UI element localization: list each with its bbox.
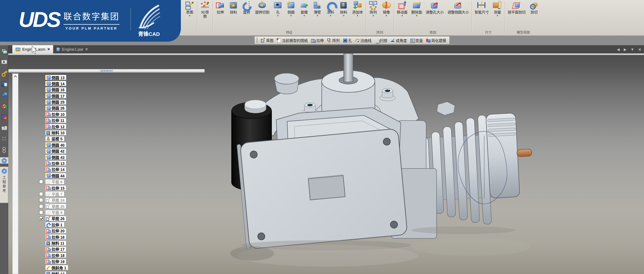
tree-item-checkbox[interactable] [39,198,43,202]
chevron-down-icon[interactable]: ▾ [497,15,498,17]
tree-item[interactable]: 倒圆 13 [45,75,66,80]
chevron-down-icon[interactable]: ▾ [304,15,305,17]
tree-item[interactable]: 除料 12 [45,271,66,274]
tree-item[interactable]: 拉伸 13 [45,161,66,166]
chevron-down-icon[interactable]: ▾ [290,15,292,17]
ribbon-button-draft[interactable]: 拔模▾ [298,0,311,17]
chevron-down-icon[interactable]: ▾ [343,15,344,17]
sidebar-item-gear[interactable] [0,157,8,164]
tree-item[interactable]: 拔模 5 [45,136,64,141]
drive-shaft[interactable] [344,53,353,82]
sidebar-item-render[interactable] [0,113,8,120]
tree-item[interactable]: 草图 25 [45,204,66,209]
tree-item[interactable]: 草图 24 [45,198,66,203]
ribbon-button-resizeround[interactable]: 调整倒圆大小 [446,0,471,14]
tree-item-checkbox[interactable] [39,180,43,184]
quickbar-item-qcurve[interactable]: 沿曲线 [354,38,373,43]
ribbon-button-measure[interactable]: 测量▾ [491,0,504,17]
ribbon-button-mirror[interactable]: 镜像▾ [380,0,393,17]
chevron-down-icon[interactable]: ▾ [416,15,417,17]
tab-list-icon[interactable]: ▼ [631,48,634,51]
tree-item[interactable]: 倒圆 14 [45,81,66,86]
tree-item[interactable]: 拉伸 20 [45,228,66,233]
chevron-down-icon[interactable]: ▾ [189,15,190,17]
ribbon-button-hole[interactable]: 孔▾ [271,0,284,17]
ribbon-button-sketch3d[interactable]: 3D草图 [198,0,212,18]
ribbon-button-cutmat[interactable]: 除料▾ [337,0,350,17]
quickbar-item-qsweep[interactable]: 扫掠 [373,38,389,43]
chevron-down-icon[interactable]: ▾ [277,15,279,17]
ribbon-button-cut[interactable]: 除料 [227,0,240,14]
ribbon-button-smartdim[interactable]: 智能尺寸 [473,0,491,14]
ribbon-button-revolvecut[interactable]: 旋转切割 [253,0,271,14]
engine-3d-model[interactable] [8,53,644,274]
scroll-up-button[interactable] [13,74,18,79]
tree-item[interactable]: 拉伸 10 [45,112,66,117]
close-icon[interactable]: × [85,47,88,51]
tree-item[interactable]: 倒圆 44 [45,173,66,178]
ribbon-button-resizehole[interactable]: 调整孔大小 [424,0,446,14]
chevron-down-icon[interactable]: ▾ [357,15,358,17]
tree-item[interactable]: 倒圆 26 [45,105,66,111]
quickbar-item-qsketch[interactable]: 草图 [259,38,275,43]
mounting-plate[interactable] [237,129,408,249]
tree-item-checkbox[interactable] [39,192,43,196]
collapsed-command-bar[interactable] [8,69,205,73]
tree-item[interactable]: 倒斜角 1 [45,265,68,270]
tree-item-checkbox[interactable] [39,210,43,214]
ribbon-button-extrude[interactable]: 拉伸 [214,0,227,14]
ribbon-button-thinwall[interactable]: 薄壁▾ [311,0,324,17]
tab-engine1-par[interactable]: Engine1.par× [53,45,91,53]
tree-item[interactable]: 除料 10 [45,130,66,135]
chevron-down-icon[interactable]: ▾ [330,15,331,17]
quickbar-item-qvar[interactable]: 变量 [409,38,424,43]
quickbar-item-qangle[interactable]: 成角度 [389,38,409,43]
tree-item[interactable]: 拉伸 1 [45,222,64,227]
tree-item[interactable]: 倒圆 42 [45,149,66,154]
tree-item[interactable]: 拉伸 19 [45,259,66,264]
sidebar-item-media[interactable] [0,59,8,65]
close-icon[interactable]: × [47,47,50,51]
ribbon-button-secplane[interactable]: 按平面剖切 [506,0,528,14]
ribbon-button-addbody[interactable]: 添加体▾ [350,0,365,17]
sidebar-item-snap[interactable] [0,135,8,142]
tree-item-checkbox[interactable] [39,216,43,220]
tree-item[interactable]: 平面 6 [45,179,64,184]
ribbon-button-revolve[interactable]: 旋转 [240,0,253,14]
tree-item-checkbox[interactable] [39,204,43,208]
tree-scrollbar[interactable] [12,73,18,274]
sidebar-tab-engineering-reference[interactable]: 工程参考 [0,167,8,203]
sidebar-item-help[interactable] [0,124,8,131]
ribbon-button-delface[interactable]: 删除面▾ [409,0,424,17]
tree-item[interactable]: 除料 11 [45,241,66,246]
tree-item[interactable]: 倒圆 16 [45,87,66,92]
tree-item[interactable]: 拉伸 15 [45,185,66,190]
model-viewport[interactable]: 倒圆 13倒圆 14倒圆 16倒圆 17倒圆 25倒圆 26拉伸 10拉伸 11… [8,53,644,274]
tree-item[interactable]: 倒圆 25 [45,99,66,105]
tab-prev-icon[interactable]: ◀ [617,48,620,51]
ribbon-button-addmat[interactable]: 添料▾ [324,0,337,17]
quickbar-item-qdrawing[interactable]: 当前模型的图纸 [275,38,309,43]
tree-item[interactable]: 拉伸 12 [45,124,66,129]
tab-close-icon[interactable]: × [638,48,641,51]
tree-item[interactable]: 拉伸 14 [45,167,66,172]
quickbar-item-qsimplify[interactable]: 简化建模 [424,38,448,43]
tree-item[interactable]: 倒圆 17 [45,93,66,98]
toolbar-grip-icon[interactable] [257,38,258,43]
tree-item[interactable]: 拉伸 11 [45,118,66,123]
tree-item[interactable]: 平面 7 [45,191,64,196]
tree-item[interactable]: 拉伸 17 [45,247,66,252]
chevron-down-icon[interactable]: ▾ [317,15,318,17]
tree-item[interactable]: 平面 8 [45,210,64,215]
chevron-down-icon[interactable]: ▾ [401,15,403,17]
chevron-down-icon[interactable]: ▾ [373,15,374,17]
sidebar-item-options[interactable] [0,146,8,153]
sidebar-item-library[interactable] [0,48,8,54]
tree-item[interactable]: 拉伸 16 [45,234,66,239]
tree-item[interactable]: 拉伸 18 [45,253,66,258]
drag-grip-icon[interactable] [100,70,113,72]
sidebar-item-components[interactable] [0,92,8,98]
ribbon-button-moveface[interactable]: 移动面▾ [395,0,409,17]
sidebar-item-book[interactable] [0,81,8,87]
tree-item[interactable]: 倒圆 43 [45,155,66,160]
